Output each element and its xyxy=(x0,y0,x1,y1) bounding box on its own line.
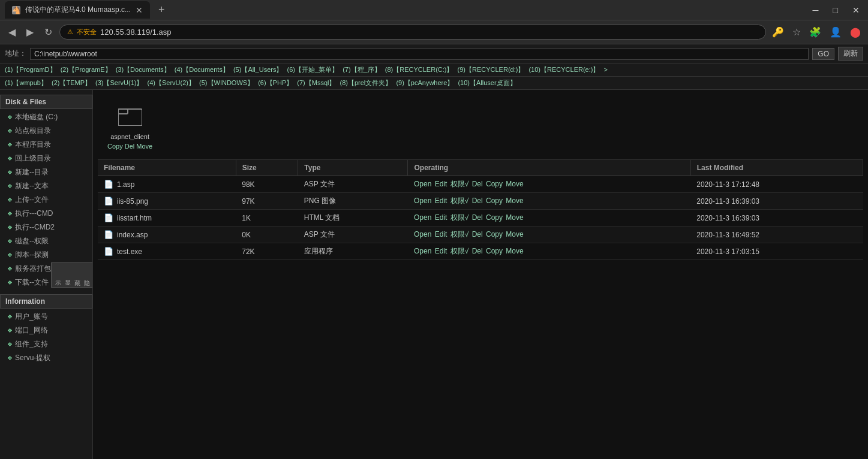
sidebar-item-new-dir[interactable]: ❖ 新建--目录 xyxy=(0,165,92,179)
cell-filename: 📄 iis-85.png xyxy=(98,193,236,210)
folder-name: aspnet_client xyxy=(110,133,149,140)
sidebar-item-exec-cmd[interactable]: ❖ 执行---CMD xyxy=(0,207,92,221)
nav2-pcanywhere[interactable]: (9)【pcAnywhere】 xyxy=(396,79,453,86)
nav1-program-d[interactable]: (1)【ProgramD】 xyxy=(5,66,56,73)
op-perm[interactable]: 权限√ xyxy=(450,230,469,238)
local-disk-icon: ❖ xyxy=(7,114,13,120)
nav1-programs[interactable]: (7)【程_序】 xyxy=(343,66,381,73)
op-perm[interactable]: 权限√ xyxy=(450,197,469,205)
nav2-servu1[interactable]: (3)【ServU(1)】 xyxy=(95,79,143,86)
sidebar-item-upload[interactable]: ❖ 上传--文件 xyxy=(0,193,92,207)
sidebar-item-user-account[interactable]: ❖ 用户_账号 xyxy=(0,310,92,324)
op-open[interactable]: Open xyxy=(414,230,431,238)
sidebar-item-local-disk[interactable]: ❖ 本地磁盘 (C:) xyxy=(0,110,92,124)
op-del[interactable]: Del xyxy=(472,230,483,238)
key-icon[interactable]: 🔑 xyxy=(770,24,786,40)
close-button[interactable]: ✕ xyxy=(849,4,863,16)
nav2-wmpub[interactable]: (1)【wmpub】 xyxy=(5,79,47,86)
address-input[interactable] xyxy=(100,28,758,37)
nav1-start-menu[interactable]: (6)【开始_菜单】 xyxy=(287,66,339,73)
nav1-documents4[interactable]: (4)【Documents】 xyxy=(175,66,229,73)
op-move[interactable]: Move xyxy=(506,197,523,205)
op-move[interactable]: Move xyxy=(506,230,523,238)
sidebar-item-port-network[interactable]: ❖ 端口_网络 xyxy=(0,324,92,337)
op-move[interactable]: Move xyxy=(506,180,523,188)
nav1-more[interactable]: > xyxy=(603,66,607,73)
cell-filename: 📄 test.exe xyxy=(98,243,236,260)
op-del[interactable]: Del xyxy=(472,247,483,255)
nav2-mssql[interactable]: (7)【Mssql】 xyxy=(297,79,335,86)
address-bar[interactable]: ⚠ 不安全 xyxy=(59,25,766,40)
path-input[interactable] xyxy=(30,48,809,60)
sidebar-item-parent-dir[interactable]: ❖ 回上级目录 xyxy=(0,152,92,165)
nav1-recycler-e[interactable]: (10)【RECYCLER(e:)】 xyxy=(528,66,599,73)
op-del[interactable]: Del xyxy=(472,197,483,205)
op-del[interactable]: Del xyxy=(472,180,483,188)
new-tab-button[interactable]: + xyxy=(155,2,169,17)
cell-modified: 2020-11-3 16:39:03 xyxy=(690,193,863,210)
op-move[interactable]: Move xyxy=(506,247,523,255)
nav2-alluser[interactable]: (10)【Alluser桌面】 xyxy=(458,79,516,86)
sidebar-item-script-detect[interactable]: ❖ 脚本--探测 xyxy=(0,248,92,262)
sidebar-item-disk-perm[interactable]: ❖ 磁盘--权限 xyxy=(0,234,92,248)
op-copy[interactable]: Copy xyxy=(486,230,503,238)
sidebar-item-prog-dir[interactable]: ❖ 本程序目录 xyxy=(0,138,92,152)
sidebar-section-information: Information xyxy=(0,294,92,309)
minimize-button[interactable]: ─ xyxy=(809,4,822,16)
nav1-recycler-d[interactable]: (9)【RECYCLER(d:)】 xyxy=(458,66,525,73)
op-edit[interactable]: Edit xyxy=(435,247,447,255)
insecure-label: 不安全 xyxy=(77,28,97,37)
back-button[interactable]: ◀ xyxy=(5,24,19,40)
reload-button[interactable]: ↻ xyxy=(41,24,56,40)
profile-icon[interactable]: 👤 xyxy=(827,24,844,40)
op-edit[interactable]: Edit xyxy=(435,180,447,188)
op-edit[interactable]: Edit xyxy=(435,230,447,238)
server-pack-icon: ❖ xyxy=(7,265,13,272)
op-move[interactable]: Move xyxy=(506,213,523,222)
sidebar-item-exec-cmd2[interactable]: ❖ 执行--CMD2 xyxy=(0,221,92,234)
nav2-temp[interactable]: (2)【TEMP】 xyxy=(52,79,91,86)
op-open[interactable]: Open xyxy=(414,247,431,255)
sidebar-item-site-root[interactable]: ❖ 站点根目录 xyxy=(0,124,92,138)
sidebar-item-component[interactable]: ❖ 组件_支持 xyxy=(0,337,92,351)
op-copy[interactable]: Copy xyxy=(486,213,503,222)
nav1-documents3[interactable]: (3)【Documents】 xyxy=(116,66,170,73)
browser-tab[interactable]: 🐴 传说中的草泥马4.0 Mumaasp.c... ✕ xyxy=(5,1,150,19)
nav2-servu2[interactable]: (4)【ServU(2)】 xyxy=(148,79,195,86)
op-copy[interactable]: Copy xyxy=(486,247,503,255)
op-edit[interactable]: Edit xyxy=(435,213,447,222)
cell-type: PNG 图像 xyxy=(298,193,408,210)
sidebar-item-servu-priv[interactable]: ❖ Servu-提权 xyxy=(0,351,92,365)
nav2-windows[interactable]: (5)【WINDOWS】 xyxy=(199,79,254,86)
op-open[interactable]: Open xyxy=(414,197,431,205)
op-perm[interactable]: 权限√ xyxy=(450,213,469,222)
tab-close-button[interactable]: ✕ xyxy=(136,5,143,15)
op-copy[interactable]: Copy xyxy=(486,197,503,205)
menu-icon[interactable]: ⬤ xyxy=(848,24,863,40)
refresh-button[interactable]: 刷新 xyxy=(838,47,863,61)
forward-button[interactable]: ▶ xyxy=(23,24,37,40)
op-open[interactable]: Open xyxy=(414,213,431,222)
op-edit[interactable]: Edit xyxy=(435,197,447,205)
table-row: 📄 test.exe 72K 应用程序 Open Edit 权限√ Del Co… xyxy=(98,243,863,260)
nav1-program-e[interactable]: (2)【ProgramE】 xyxy=(61,66,112,73)
nav1-all-users[interactable]: (5)【All_Users】 xyxy=(233,66,283,73)
op-perm[interactable]: 权限√ xyxy=(450,247,469,255)
sidebar-item-new-text[interactable]: ❖ 新建--文本 xyxy=(0,179,92,193)
nav1-recycler-c[interactable]: (8)【RECYCLER(C:)】 xyxy=(385,66,453,73)
cell-operating: Open Edit 权限√ Del Copy Move xyxy=(408,243,690,260)
op-del[interactable]: Del xyxy=(472,213,483,222)
maximize-button[interactable]: □ xyxy=(830,4,842,16)
extension-icon[interactable]: 🧩 xyxy=(807,24,824,40)
op-perm[interactable]: 权限√ xyxy=(450,180,469,188)
go-button[interactable]: GO xyxy=(812,48,834,60)
nav2-perl[interactable]: (8)【prel文件夹】 xyxy=(340,79,392,86)
op-open[interactable]: Open xyxy=(414,180,431,188)
bookmark-star-icon[interactable]: ☆ xyxy=(790,24,803,40)
sidebar-toggle-button[interactable]: 隐 藏 显 示 xyxy=(51,262,93,288)
op-copy[interactable]: Copy xyxy=(486,180,503,188)
nav2-php[interactable]: (6)【PHP】 xyxy=(258,79,293,86)
script-detect-icon: ❖ xyxy=(7,252,13,258)
folder-item-aspnet-client[interactable]: aspnet_client Copy Del Move xyxy=(107,104,152,150)
exec-cmd-icon: ❖ xyxy=(7,210,13,217)
